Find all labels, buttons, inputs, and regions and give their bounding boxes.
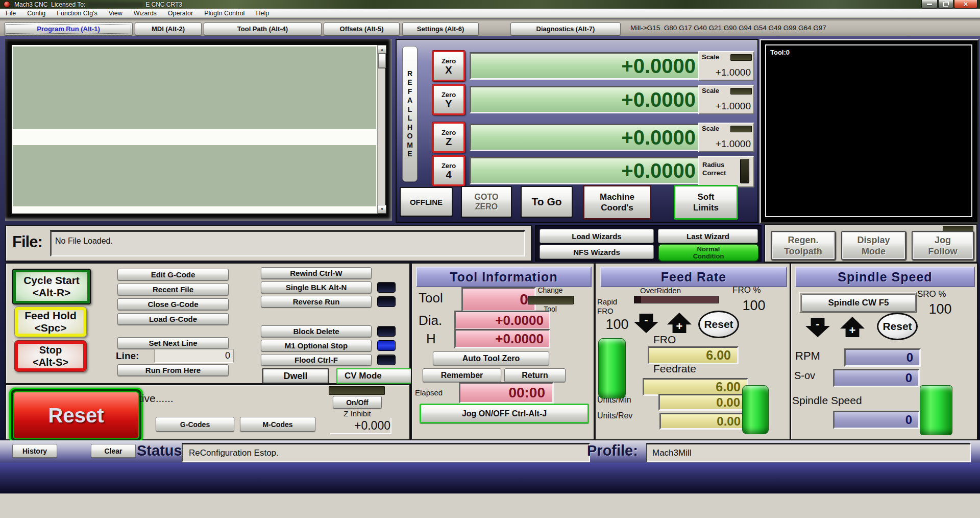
sro-plus-arrow[interactable]: + <box>840 317 865 337</box>
single-blk-button[interactable]: Single BLK Alt-N <box>261 281 372 293</box>
toolpath-viewport[interactable]: Tool:0 <box>765 44 972 217</box>
menu-plugin-control[interactable]: PlugIn Control <box>199 10 250 17</box>
remember-button[interactable]: Remember <box>423 368 501 382</box>
nfs-wizards-button[interactable]: NFS Wizards <box>540 245 654 259</box>
profile-field[interactable]: Mach3Mill <box>646 443 971 462</box>
z-inhibit-value-field[interactable]: +0.000 <box>330 418 391 434</box>
zero-y-button[interactable]: Zero Y <box>432 84 465 115</box>
fro-reset-button[interactable]: Reset <box>698 311 739 338</box>
reverse-run-button[interactable]: Reverse Run <box>261 296 372 308</box>
scroll-down-arrow[interactable]: ▼ <box>378 205 386 214</box>
recent-file-button[interactable]: Recent File <box>117 284 229 295</box>
menu-function-cfgs[interactable]: Function Cfg's <box>51 10 103 17</box>
menu-operator[interactable]: Operator <box>162 10 199 17</box>
rewind-button[interactable]: Rewind Ctrl-W <box>261 267 372 279</box>
edit-gcode-button[interactable]: Edit G-Code <box>117 269 229 280</box>
menu-config[interactable]: Config <box>21 10 51 17</box>
tab-offsets[interactable]: Offsets (Alt-5) <box>324 22 400 35</box>
tool-number-dro[interactable]: 0 <box>461 287 536 312</box>
tab-mdi[interactable]: MDI (Alt-2) <box>135 22 202 35</box>
dro-z-axis[interactable]: +0.0000 <box>470 124 704 151</box>
m1-optional-stop-button[interactable]: M1 Optional Stop <box>261 340 372 351</box>
scroll-up-arrow[interactable]: ▲ <box>378 45 386 54</box>
spindle-cw-button[interactable]: Spindle CW F5 <box>801 294 916 312</box>
normal-condition-button[interactable]: Normal Condition <box>658 244 759 262</box>
scale-y-box[interactable]: Scale +1.0000 <box>698 85 754 114</box>
clear-button[interactable]: Clear <box>91 444 136 458</box>
feed-hold-button[interactable]: Feed Hold <Spc> <box>14 307 87 337</box>
dwell-indicator[interactable]: Dwell <box>262 368 329 384</box>
fro-minus-arrow[interactable]: - <box>634 314 658 333</box>
to-go-button[interactable]: To Go <box>521 186 573 218</box>
offline-button[interactable]: OFFLINE <box>400 187 453 217</box>
regen-toolpath-button[interactable]: Regen. Toolpath <box>771 231 836 260</box>
soft-limits-button[interactable]: Soft Limits <box>674 185 738 220</box>
sro-reset-button[interactable]: Reset <box>877 313 918 340</box>
machine-coords-button[interactable]: Machine Coord's <box>583 185 651 220</box>
status-field[interactable]: ReConfiguration Estop. <box>182 443 590 462</box>
change-tool-led[interactable] <box>528 296 574 304</box>
zero-z-button[interactable]: Zero Z <box>432 122 465 153</box>
z-inhibit-onoff-button[interactable]: On/Off <box>333 396 382 409</box>
gcode-list[interactable]: ▲ ▼ <box>12 45 385 214</box>
fro-plus-arrow[interactable]: + <box>667 313 692 333</box>
radius-correct-box[interactable]: Radius Correct <box>698 156 754 187</box>
scrollbar-thumb[interactable] <box>378 54 386 68</box>
reset-button[interactable]: Reset <box>13 391 139 439</box>
goto-zero-button[interactable]: GOTO ZERO <box>461 186 512 218</box>
line-number-field[interactable]: 0 <box>154 349 234 363</box>
menu-view[interactable]: View <box>103 10 128 17</box>
fro-dro[interactable]: 6.00 <box>648 346 739 364</box>
flood-button[interactable]: Flood Ctrl-F <box>261 354 372 366</box>
cycle-start-button[interactable]: Cycle Start <Alt-R> <box>12 269 91 304</box>
tool-diameter-dro[interactable]: +0.0000 <box>454 311 550 330</box>
close-gcode-button[interactable]: Close G-Code <box>117 298 229 310</box>
sov-dro[interactable]: 0 <box>833 369 920 387</box>
dro-y-axis[interactable]: +0.0000 <box>470 86 704 113</box>
menu-file[interactable]: File <box>0 10 21 17</box>
last-wizard-button[interactable]: Last Wizard <box>658 229 758 243</box>
display-mode-button[interactable]: Display Mode <box>841 231 906 260</box>
tab-diagnostics[interactable]: Diagnostics (Alt-7) <box>510 22 621 35</box>
menu-help[interactable]: Help <box>250 10 275 17</box>
stop-button[interactable]: Stop <Alt-S> <box>14 340 87 372</box>
elapsed-time-dro[interactable]: 00:00 <box>459 382 554 404</box>
gcode-scrollbar[interactable]: ▲ ▼ <box>377 45 385 214</box>
set-next-line-button[interactable]: Set Next Line <box>117 337 229 349</box>
history-button[interactable]: History <box>12 444 57 458</box>
run-from-here-button[interactable]: Run From Here <box>117 364 229 376</box>
spindle-speed-slider[interactable] <box>920 385 952 435</box>
scale-z-box[interactable]: Scale +1.0000 <box>698 123 754 152</box>
file-field[interactable]: No File Loaded. <box>50 230 525 256</box>
fro-slider[interactable] <box>598 338 626 398</box>
dro-x-axis[interactable]: +0.0000 <box>470 52 704 80</box>
tool-height-dro[interactable]: +0.0000 <box>454 329 550 348</box>
minimize-button[interactable] <box>921 0 938 9</box>
units-min-dro[interactable]: 0.00 <box>658 394 748 411</box>
mcodes-button[interactable]: M-Codes <box>240 417 315 432</box>
feedrate-dro[interactable]: 6.00 <box>643 378 748 396</box>
feedrate-slider[interactable] <box>742 385 769 434</box>
load-gcode-button[interactable]: Load G-Code <box>117 313 229 325</box>
tab-program-run[interactable]: Program Run (Alt-1) <box>4 22 133 35</box>
jog-follow-button[interactable]: Jog Follow <box>912 231 974 260</box>
jog-onoff-button[interactable]: Jog ON/OFF Ctrl-Alt-J <box>420 404 589 423</box>
close-button[interactable]: × <box>954 0 977 9</box>
rpm-dro[interactable]: 0 <box>844 348 921 367</box>
auto-tool-zero-button[interactable]: Auto Tool Zero <box>433 351 549 365</box>
zero-x-button[interactable]: Zero X <box>432 51 465 81</box>
dro-4-axis[interactable]: +0.0000 <box>470 157 704 184</box>
load-wizards-button[interactable]: Load Wizards <box>540 229 654 243</box>
zero-4-button[interactable]: Zero 4 <box>432 155 465 186</box>
menu-wizards[interactable]: Wizards <box>128 10 162 17</box>
spindle-speed-dro[interactable]: 0 <box>833 411 920 429</box>
tab-tool-path[interactable]: Tool Path (Alt-4) <box>204 22 322 35</box>
block-delete-button[interactable]: Block Delete <box>261 325 372 337</box>
ref-all-home-button[interactable]: R E F A L L H O M E <box>402 46 418 182</box>
units-rev-dro[interactable]: 0.00 <box>659 413 748 430</box>
return-button[interactable]: Return <box>504 368 566 382</box>
tab-settings[interactable]: Settings (Alt-6) <box>402 22 479 35</box>
scale-x-box[interactable]: Scale +1.0000 <box>698 51 754 81</box>
restore-button[interactable] <box>938 0 953 9</box>
sro-minus-arrow[interactable]: - <box>805 318 830 337</box>
